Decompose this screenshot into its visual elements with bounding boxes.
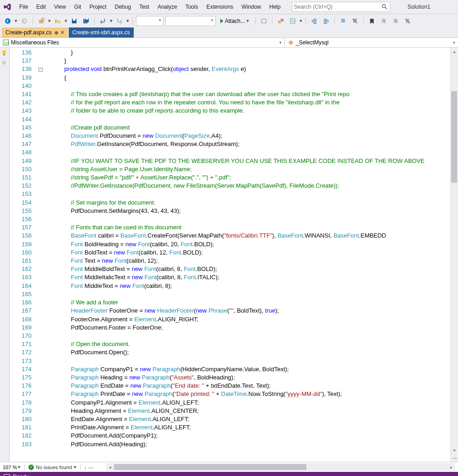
scroll-left-icon[interactable]: ◂ [106, 463, 114, 471]
fold-cell[interactable] [36, 148, 44, 157]
code-line[interactable]: PrintDate.Alignment = Element.ALIGN_LEFT… [44, 423, 458, 432]
fold-cell[interactable] [36, 215, 44, 223]
vertical-scrollbar[interactable]: ▴ ▾ ― [450, 48, 458, 462]
code-line[interactable] [44, 357, 458, 365]
menu-edit[interactable]: Edit [33, 2, 49, 12]
fold-cell[interactable] [36, 199, 44, 207]
dropdown-icon[interactable]: ▾ [126, 18, 129, 24]
horizontal-scrollbar[interactable]: ◂ ▸ [106, 463, 455, 471]
code-line[interactable]: //string SavePdf = "pdf/" + AssetUser.Re… [44, 173, 458, 182]
toolbar-icon[interactable] [288, 16, 298, 26]
platform-combo[interactable] [165, 16, 216, 26]
menu-project[interactable]: Project [86, 2, 110, 12]
code-line[interactable]: HeaderFooter FooterOne = new HeaderFoote… [44, 307, 458, 315]
fold-cell[interactable] [36, 98, 44, 107]
code-line[interactable]: { [44, 74, 458, 82]
menu-window[interactable]: Window [238, 2, 265, 12]
dropdown-icon[interactable]: ▾ [15, 18, 17, 24]
fold-cell[interactable] [36, 124, 44, 132]
tab-inactive[interactable]: Create-xml-xbrl.aspx.cs [69, 27, 134, 38]
fold-cell[interactable] [36, 265, 44, 273]
indent-more-button[interactable] [321, 16, 331, 26]
fold-cell[interactable] [36, 348, 44, 357]
undo-button[interactable] [98, 16, 108, 26]
fold-cell[interactable] [36, 232, 44, 240]
prev-bookmark-button[interactable] [379, 16, 389, 26]
output-icon[interactable] [4, 474, 10, 476]
code-line[interactable]: // We add a footer [44, 298, 458, 307]
fold-cell[interactable] [36, 82, 44, 90]
code-line[interactable]: // This code creates a pdf (itextsharp) … [44, 90, 458, 98]
close-icon[interactable]: × [61, 29, 64, 36]
fold-cell[interactable] [36, 74, 44, 82]
code-line[interactable]: } [44, 57, 458, 65]
fold-cell[interactable] [36, 298, 44, 307]
code-line[interactable]: FooterOne.Alignment = Element.ALIGN_RIGH… [44, 315, 458, 324]
nav-fwd-button[interactable] [19, 16, 29, 26]
dropdown-icon[interactable]: ▾ [18, 464, 21, 470]
code-line[interactable]: Document PdfDocument = new Document(Page… [44, 132, 458, 140]
fold-cell[interactable] [36, 273, 44, 281]
code-line[interactable]: //IF YOU WANT TO SAVE THE PDF TO THE WEB… [44, 157, 458, 165]
track-icon[interactable] [1, 60, 8, 67]
code-line[interactable]: PdfDocument.SetMargins(43, 43, 43, 43); [44, 207, 458, 215]
save-all-button[interactable] [81, 16, 91, 26]
fold-cell[interactable] [36, 207, 44, 215]
code-line[interactable]: // Set margins for the document. [44, 199, 458, 207]
menu-file[interactable]: File [16, 2, 32, 12]
fold-cell[interactable] [36, 165, 44, 173]
search-input[interactable] [294, 4, 382, 10]
fold-cell[interactable] [36, 157, 44, 165]
pin-icon[interactable]: ⊕ [55, 30, 58, 35]
code-line[interactable]: // Open the document. [44, 340, 458, 348]
code-line[interactable]: PdfDocument.Add(Heading); [44, 440, 458, 449]
fold-cell[interactable] [36, 307, 44, 315]
fold-cell[interactable] [36, 399, 44, 407]
dropdown-icon[interactable]: ▾ [110, 18, 113, 24]
split-icon[interactable]: ― [451, 454, 458, 462]
new-project-button[interactable] [36, 16, 46, 26]
code-editor[interactable]: 1361371381391401411421431441451461471481… [0, 48, 458, 462]
code-line[interactable]: // folder to be able to create pdf repor… [44, 107, 458, 115]
code-line[interactable]: //PdfWriter.GetInstance(PdfDocument, new… [44, 182, 458, 190]
scroll-thumb[interactable] [114, 464, 306, 470]
indent-less-button[interactable] [309, 16, 319, 26]
fold-cell[interactable] [36, 49, 44, 57]
tab-active[interactable]: Create-pdf.aspx.cs ⊕ × [2, 27, 68, 38]
fold-cell[interactable] [36, 190, 44, 198]
code-line[interactable]: Paragraph EndDate = new Paragraph("End d… [44, 382, 458, 390]
error-nav-icon[interactable]: ↓ ― [84, 465, 93, 470]
fold-cell[interactable] [36, 382, 44, 390]
code-line[interactable]: Paragraph PrintDate = new Paragraph("Dat… [44, 390, 458, 398]
code-line[interactable] [44, 148, 458, 157]
code-line[interactable]: EndDate.Alignment = Element.ALIGN_LEFT; [44, 415, 458, 423]
code-line[interactable]: PdfWriter.GetInstance(PdfDocument, Respo… [44, 140, 458, 148]
fold-cell[interactable] [36, 440, 44, 449]
code-line[interactable]: PdfDocument.Footer = FooterOne; [44, 324, 458, 332]
scroll-thumb[interactable] [451, 91, 457, 183]
fold-cell[interactable] [36, 132, 44, 140]
issues-indicator[interactable]: ✓ No issues found [28, 465, 72, 470]
nav-back-button[interactable] [3, 16, 13, 26]
code-line[interactable] [44, 190, 458, 198]
code-line[interactable]: CompanyP1.Alignment = Element.ALIGN_LEFT… [44, 399, 458, 407]
project-combo[interactable]: C# Miscellaneous Files [0, 38, 285, 47]
dropdown-icon[interactable]: ▾ [48, 18, 51, 24]
code-line[interactable]: PdfDocument.Add(CompanyP1); [44, 432, 458, 440]
toolbar-icon[interactable] [259, 16, 269, 26]
code-line[interactable]: Heading.Alignment = Element.ALIGN_CENTER… [44, 407, 458, 415]
zoom-control[interactable]: 107 % ▾ [3, 464, 21, 470]
code-line[interactable]: Font BoldHeading = new Font(calibri, 20,… [44, 240, 458, 249]
clear-bookmarks-button[interactable] [403, 16, 413, 26]
attach-button[interactable]: Attach... ▾ [218, 16, 252, 26]
fold-cell[interactable] [36, 282, 44, 290]
code-line[interactable]: Font MiddleText = new Font(calibri, 8); [44, 282, 458, 290]
code-line[interactable]: //string AssetUser = Page.User.Identity.… [44, 165, 458, 173]
menu-extensions[interactable]: Extensions [203, 2, 237, 12]
code-line[interactable]: Paragraph CompanyP1 = new Paragraph(Hidd… [44, 365, 458, 373]
lightbulb-icon[interactable] [1, 49, 8, 57]
fold-cell[interactable] [36, 357, 44, 365]
fold-cell[interactable] [36, 390, 44, 398]
menu-view[interactable]: View [50, 2, 70, 12]
fold-cell[interactable] [36, 290, 44, 298]
